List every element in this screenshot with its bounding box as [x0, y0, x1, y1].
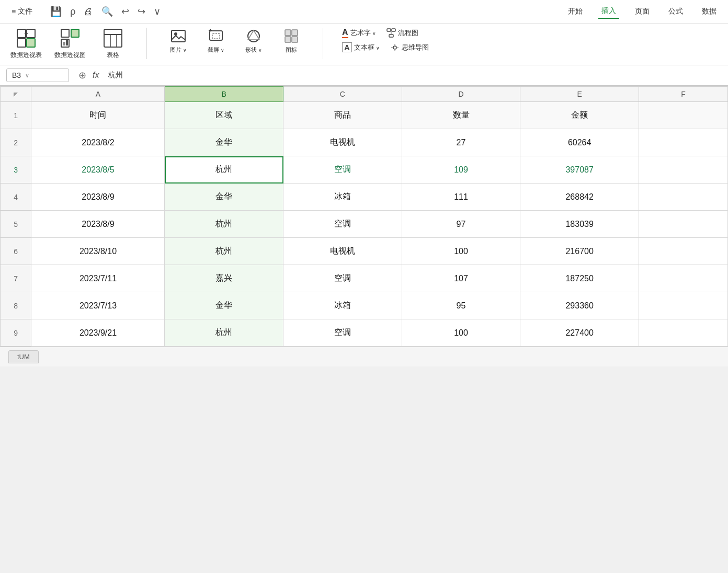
table-cell[interactable]: [639, 319, 727, 347]
table-cell[interactable]: 216700: [520, 238, 639, 265]
table-row: 42023/8/9金华冰箱111268842: [1, 184, 728, 211]
table-cell[interactable]: 183039: [520, 211, 639, 238]
table-cell[interactable]: 60264: [520, 129, 639, 156]
table-cell[interactable]: [639, 265, 727, 292]
table-button[interactable]: 表格: [98, 28, 128, 60]
table-cell[interactable]: [639, 211, 727, 238]
col-header-E[interactable]: E: [520, 87, 639, 102]
col-header-C[interactable]: C: [283, 87, 402, 102]
flowchart-button[interactable]: 流程图: [386, 28, 418, 38]
more-icon[interactable]: ∨: [152, 5, 163, 18]
table-cell[interactable]: 金华: [165, 292, 283, 319]
shape-button[interactable]: 形状 ∨: [241, 28, 266, 54]
table-cell[interactable]: 空调: [283, 211, 402, 238]
table-cell[interactable]: 109: [402, 156, 520, 184]
table-cell[interactable]: 区域: [165, 102, 283, 129]
table-cell[interactable]: 杭州: [165, 156, 283, 184]
table-cell[interactable]: 空调: [283, 156, 402, 184]
search-icon[interactable]: 🔍: [99, 5, 115, 18]
table-cell[interactable]: 冰箱: [283, 292, 402, 319]
table-cell[interactable]: 268842: [520, 184, 639, 211]
table-cell[interactable]: 2023/7/13: [31, 292, 165, 319]
text-box-button[interactable]: A 文本框 ∨: [342, 42, 380, 52]
menu-item-insert[interactable]: 插入: [598, 4, 619, 19]
table-cell[interactable]: 电视机: [283, 129, 402, 156]
mindmap-button[interactable]: 思维导图: [390, 43, 429, 52]
table-cell[interactable]: [639, 156, 727, 184]
table-icon: [103, 28, 123, 49]
menu-item-data[interactable]: 数据: [699, 5, 720, 18]
shape-label: 形状 ∨: [245, 46, 262, 54]
table-cell[interactable]: 冰箱: [283, 184, 402, 211]
svg-rect-26: [387, 29, 391, 31]
print-icon[interactable]: 🖨: [82, 5, 95, 18]
menu-item-home[interactable]: 开始: [565, 5, 586, 18]
picture-button[interactable]: 图片 ∨: [166, 28, 191, 54]
col-header-D[interactable]: D: [402, 87, 520, 102]
formula-content[interactable]: 杭州: [108, 71, 722, 80]
pivot-table-button[interactable]: 数据透视表: [10, 28, 42, 60]
menu-item-page[interactable]: 页面: [632, 5, 653, 18]
text-box-label: 文本框 ∨: [354, 43, 380, 52]
save-icon[interactable]: 💾: [48, 5, 64, 18]
table-cell[interactable]: [639, 129, 727, 156]
icon-icon: [283, 28, 300, 44]
table-cell[interactable]: [639, 184, 727, 211]
table-cell[interactable]: 时间: [31, 102, 165, 129]
icon-button[interactable]: 图标: [279, 28, 304, 54]
link-icon[interactable]: ρ: [68, 5, 77, 18]
fx-label[interactable]: fx: [93, 71, 99, 80]
table-cell[interactable]: 95: [402, 292, 520, 319]
table-cell[interactable]: [639, 292, 727, 319]
svg-rect-14: [172, 30, 185, 42]
table-cell[interactable]: 空调: [283, 265, 402, 292]
pivot-chart-label: 数据透视图: [54, 51, 86, 60]
table-cell[interactable]: 2023/8/2: [31, 129, 165, 156]
table-cell[interactable]: 2023/8/9: [31, 211, 165, 238]
table-cell[interactable]: 2023/8/10: [31, 238, 165, 265]
menu-item-file[interactable]: ≡ 文件: [8, 5, 36, 18]
menu-item-formula[interactable]: 公式: [665, 5, 686, 18]
table-cell[interactable]: 293360: [520, 292, 639, 319]
table-cell[interactable]: 杭州: [165, 238, 283, 265]
cell-reference-box[interactable]: B3 ∨: [6, 68, 69, 82]
formula-bar: B3 ∨ ⊕ fx 杭州: [0, 65, 728, 86]
table-cell[interactable]: 227400: [520, 319, 639, 347]
table-cell[interactable]: 数量: [402, 102, 520, 129]
col-header-F[interactable]: F: [639, 87, 727, 102]
table-cell[interactable]: 杭州: [165, 319, 283, 347]
redo-icon[interactable]: ↪: [135, 5, 147, 18]
sheet-tab-1[interactable]: tUM: [8, 350, 39, 363]
table-cell[interactable]: [639, 238, 727, 265]
table-cell[interactable]: 金华: [165, 184, 283, 211]
table-cell[interactable]: 金额: [520, 102, 639, 129]
table-cell[interactable]: 商品: [283, 102, 402, 129]
pivot-chart-button[interactable]: 数据透视图: [54, 28, 86, 60]
table-cell[interactable]: 2023/8/9: [31, 184, 165, 211]
table-cell[interactable]: 187250: [520, 265, 639, 292]
screenshot-button[interactable]: 截屏 ∨: [203, 28, 229, 54]
row-number: 2: [1, 129, 31, 156]
table-cell[interactable]: 嘉兴: [165, 265, 283, 292]
table-cell[interactable]: 397087: [520, 156, 639, 184]
table-cell[interactable]: 2023/9/21: [31, 319, 165, 347]
table-cell[interactable]: 杭州: [165, 211, 283, 238]
table-cell[interactable]: 100: [402, 319, 520, 347]
table-cell[interactable]: 97: [402, 211, 520, 238]
table-cell[interactable]: 2023/8/5: [31, 156, 165, 184]
table-cell[interactable]: 100: [402, 238, 520, 265]
table-cell[interactable]: 27: [402, 129, 520, 156]
table-cell[interactable]: 电视机: [283, 238, 402, 265]
undo-icon[interactable]: ↩: [119, 5, 131, 18]
table-cell[interactable]: [639, 102, 727, 129]
table-cell[interactable]: 金华: [165, 129, 283, 156]
zoom-icon[interactable]: ⊕: [78, 70, 86, 81]
col-header-B[interactable]: B: [165, 87, 283, 102]
col-header-A[interactable]: A: [31, 87, 165, 102]
table-cell[interactable]: 2023/7/11: [31, 265, 165, 292]
art-text-button[interactable]: A 艺术字 ∨: [342, 28, 376, 38]
table-cell[interactable]: 空调: [283, 319, 402, 347]
table-cell[interactable]: 107: [402, 265, 520, 292]
table-cell[interactable]: 111: [402, 184, 520, 211]
menu-label-home: 开始: [568, 7, 583, 16]
